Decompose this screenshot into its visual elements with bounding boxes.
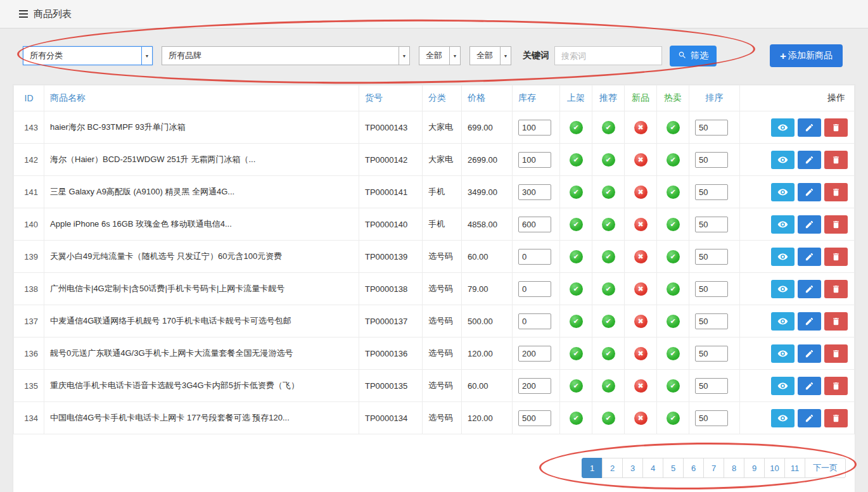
sort-input[interactable] bbox=[695, 346, 728, 362]
edit-button[interactable] bbox=[798, 183, 821, 201]
column-header-name[interactable]: 商品名称 bbox=[44, 85, 359, 111]
view-button[interactable] bbox=[771, 377, 795, 395]
page-button-9[interactable]: 9 bbox=[744, 458, 765, 478]
column-header-stock[interactable]: 库存 bbox=[513, 85, 560, 111]
column-header-new[interactable]: 新品 bbox=[625, 85, 657, 111]
column-header-recommend[interactable]: 推荐 bbox=[592, 85, 625, 111]
view-button[interactable] bbox=[771, 248, 795, 266]
sort-input[interactable] bbox=[695, 184, 728, 200]
page-button-4[interactable]: 4 bbox=[642, 458, 663, 478]
column-header-category[interactable]: 分类 bbox=[423, 85, 462, 111]
search-input[interactable] bbox=[554, 46, 662, 65]
brand-select[interactable]: 所有品牌 ▼ bbox=[162, 46, 410, 65]
status-select-b[interactable]: 全部 ▼ bbox=[469, 46, 511, 65]
stock-input[interactable] bbox=[518, 281, 551, 297]
column-header-id[interactable]: ID bbox=[14, 85, 44, 111]
new-status-off-icon[interactable]: ✖ bbox=[634, 121, 648, 134]
delete-button[interactable] bbox=[824, 280, 848, 298]
delete-button[interactable] bbox=[824, 312, 848, 331]
stock-input[interactable] bbox=[518, 120, 551, 136]
on-sale-status-on-icon[interactable]: ✔ bbox=[570, 153, 583, 167]
delete-button[interactable] bbox=[824, 344, 848, 363]
stock-input[interactable] bbox=[518, 346, 551, 362]
delete-button[interactable] bbox=[824, 409, 848, 427]
column-header-sort[interactable]: 排序 bbox=[689, 85, 740, 111]
sort-input[interactable] bbox=[695, 281, 728, 297]
page-button-2[interactable]: 2 bbox=[602, 458, 623, 478]
recommend-status-on-icon[interactable]: ✔ bbox=[602, 218, 615, 231]
stock-input[interactable] bbox=[518, 313, 551, 329]
recommend-status-on-icon[interactable]: ✔ bbox=[602, 412, 615, 425]
stock-input[interactable] bbox=[518, 378, 551, 394]
stock-input[interactable] bbox=[518, 152, 551, 168]
edit-button[interactable] bbox=[798, 248, 821, 266]
recommend-status-on-icon[interactable]: ✔ bbox=[602, 153, 615, 167]
sort-input[interactable] bbox=[695, 313, 728, 329]
recommend-status-on-icon[interactable]: ✔ bbox=[602, 186, 615, 199]
on-sale-status-on-icon[interactable]: ✔ bbox=[570, 282, 583, 296]
sort-input[interactable] bbox=[695, 410, 728, 426]
new-status-off-icon[interactable]: ✖ bbox=[634, 153, 648, 167]
on-sale-status-on-icon[interactable]: ✔ bbox=[570, 315, 583, 328]
new-status-off-icon[interactable]: ✖ bbox=[634, 315, 648, 328]
sort-input[interactable] bbox=[695, 120, 728, 136]
filter-button[interactable]: 筛选 bbox=[670, 46, 717, 66]
hot-status-on-icon[interactable]: ✔ bbox=[667, 153, 680, 167]
column-header-hot[interactable]: 热卖 bbox=[657, 85, 689, 111]
recommend-status-on-icon[interactable]: ✔ bbox=[602, 282, 615, 296]
new-status-off-icon[interactable]: ✖ bbox=[634, 250, 648, 263]
sort-input[interactable] bbox=[695, 152, 728, 168]
page-button-6[interactable]: 6 bbox=[683, 458, 704, 478]
page-button-11[interactable]: 11 bbox=[784, 458, 805, 478]
next-page-button[interactable]: 下一页 bbox=[805, 458, 846, 478]
page-button-3[interactable]: 3 bbox=[622, 458, 643, 478]
delete-button[interactable] bbox=[824, 183, 848, 201]
page-button-10[interactable]: 10 bbox=[764, 458, 785, 478]
page-button-7[interactable]: 7 bbox=[703, 458, 724, 478]
hot-status-on-icon[interactable]: ✔ bbox=[667, 250, 680, 263]
view-button[interactable] bbox=[771, 312, 795, 331]
edit-button[interactable] bbox=[798, 280, 821, 298]
new-status-off-icon[interactable]: ✖ bbox=[634, 379, 648, 393]
hot-status-on-icon[interactable]: ✔ bbox=[667, 412, 680, 425]
add-product-button[interactable]: + 添加新商品 bbox=[770, 44, 843, 67]
edit-button[interactable] bbox=[798, 344, 821, 363]
new-status-off-icon[interactable]: ✖ bbox=[634, 412, 648, 425]
view-button[interactable] bbox=[771, 215, 795, 234]
delete-button[interactable] bbox=[824, 248, 848, 266]
on-sale-status-on-icon[interactable]: ✔ bbox=[570, 250, 583, 263]
hot-status-on-icon[interactable]: ✔ bbox=[667, 218, 680, 231]
on-sale-status-on-icon[interactable]: ✔ bbox=[570, 412, 583, 425]
on-sale-status-on-icon[interactable]: ✔ bbox=[570, 347, 583, 360]
recommend-status-on-icon[interactable]: ✔ bbox=[602, 121, 615, 134]
new-status-off-icon[interactable]: ✖ bbox=[634, 282, 648, 296]
page-button-1[interactable]: 1 bbox=[582, 458, 603, 478]
edit-button[interactable] bbox=[798, 377, 821, 395]
delete-button[interactable] bbox=[824, 118, 848, 137]
sort-input[interactable] bbox=[695, 249, 728, 265]
sort-input[interactable] bbox=[695, 217, 728, 232]
new-status-off-icon[interactable]: ✖ bbox=[634, 218, 648, 231]
hot-status-on-icon[interactable]: ✔ bbox=[667, 379, 680, 393]
hot-status-on-icon[interactable]: ✔ bbox=[667, 315, 680, 328]
on-sale-status-on-icon[interactable]: ✔ bbox=[570, 121, 583, 134]
view-button[interactable] bbox=[771, 151, 795, 169]
column-header-on_sale[interactable]: 上架 bbox=[560, 85, 592, 111]
hot-status-on-icon[interactable]: ✔ bbox=[667, 121, 680, 134]
recommend-status-on-icon[interactable]: ✔ bbox=[602, 347, 615, 360]
edit-button[interactable] bbox=[798, 312, 821, 331]
view-button[interactable] bbox=[771, 118, 795, 137]
page-button-5[interactable]: 5 bbox=[663, 458, 684, 478]
delete-button[interactable] bbox=[824, 377, 848, 395]
column-header-sku[interactable]: 货号 bbox=[359, 85, 423, 111]
on-sale-status-on-icon[interactable]: ✔ bbox=[570, 379, 583, 393]
recommend-status-on-icon[interactable]: ✔ bbox=[602, 379, 615, 393]
new-status-off-icon[interactable]: ✖ bbox=[634, 186, 648, 199]
status-select-a[interactable]: 全部 ▼ bbox=[419, 46, 461, 65]
stock-input[interactable] bbox=[518, 410, 551, 426]
edit-button[interactable] bbox=[798, 118, 821, 137]
on-sale-status-on-icon[interactable]: ✔ bbox=[570, 218, 583, 231]
delete-button[interactable] bbox=[824, 151, 848, 169]
hot-status-on-icon[interactable]: ✔ bbox=[667, 282, 680, 296]
column-header-price[interactable]: 价格 bbox=[462, 85, 513, 111]
